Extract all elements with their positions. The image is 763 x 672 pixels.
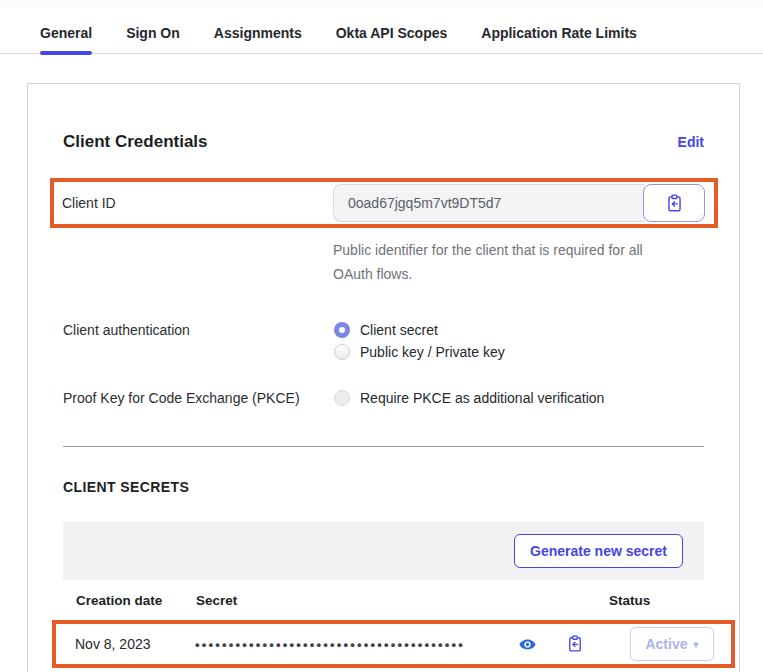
tab-sign-on[interactable]: Sign On [126, 8, 180, 53]
header-secret: Secret [196, 593, 609, 608]
radio-client-secret[interactable]: Client secret [334, 322, 505, 338]
client-secrets-toolbar: Generate new secret [63, 522, 704, 580]
settings-card: Client Credentials Edit Client ID Public… [27, 83, 740, 672]
client-id-input[interactable] [333, 184, 645, 222]
chevron-down-icon: ▾ [694, 639, 699, 650]
secret-cell: •••••••••••••••••••••••••••••••••••••••• [195, 635, 630, 653]
tab-bar: General Sign On Assignments Okta API Sco… [0, 8, 763, 54]
header-creation-date: Creation date [76, 593, 196, 608]
status-cell: Active ▾ [630, 627, 725, 661]
radio-public-private-key-label: Public key / Private key [360, 344, 505, 360]
client-authentication-label: Client authentication [63, 322, 334, 360]
section-divider [63, 446, 704, 447]
pkce-row: Proof Key for Code Exchange (PKCE) Requi… [63, 390, 704, 406]
top-strip [0, 0, 763, 8]
clipboard-copy-icon [665, 194, 684, 213]
client-id-help-text: Public identifier for the client that is… [333, 238, 685, 286]
radio-public-private-key[interactable]: Public key / Private key [334, 344, 505, 360]
tab-okta-api-scopes[interactable]: Okta API Scopes [336, 8, 448, 53]
edit-button[interactable]: Edit [678, 134, 704, 150]
copy-secret-clipboard-icon[interactable] [566, 635, 584, 653]
highlight-box-secret-row: Nov 8, 2023 ••••••••••••••••••••••••••••… [52, 620, 735, 668]
client-secrets-heading: CLIENT SECRETS [63, 479, 704, 495]
client-credentials-header: Client Credentials Edit [63, 132, 704, 152]
section-title: Client Credentials [63, 132, 208, 152]
tab-general[interactable]: General [40, 8, 92, 53]
masked-secret-value: •••••••••••••••••••••••••••••••••••••••• [195, 637, 517, 652]
highlight-box-client-id: Client ID [50, 178, 718, 228]
header-status: Status [609, 593, 704, 608]
pkce-label: Proof Key for Code Exchange (PKCE) [63, 390, 334, 406]
status-label: Active [645, 636, 687, 652]
tab-application-rate-limits[interactable]: Application Rate Limits [481, 8, 637, 53]
pkce-checkbox[interactable]: Require PKCE as additional verification [334, 390, 604, 406]
client-authentication-row: Client authentication Client secret Publ… [63, 322, 704, 360]
client-id-label: Client ID [62, 195, 333, 211]
client-id-group [333, 184, 705, 222]
radio-selected-icon [334, 322, 350, 338]
generate-new-secret-button[interactable]: Generate new secret [514, 534, 683, 568]
checkbox-unchecked-icon [334, 390, 350, 406]
reveal-secret-eye-icon[interactable] [519, 636, 536, 653]
secrets-table-header: Creation date Secret Status [63, 580, 704, 620]
radio-client-secret-label: Client secret [360, 322, 438, 338]
client-authentication-options: Client secret Public key / Private key [334, 322, 505, 360]
secret-creation-date: Nov 8, 2023 [75, 636, 195, 652]
copy-client-id-button[interactable] [643, 184, 705, 222]
tab-assignments[interactable]: Assignments [214, 8, 302, 53]
radio-unselected-icon [334, 344, 350, 360]
pkce-option-label: Require PKCE as additional verification [360, 390, 604, 406]
status-dropdown-button[interactable]: Active ▾ [630, 627, 714, 661]
